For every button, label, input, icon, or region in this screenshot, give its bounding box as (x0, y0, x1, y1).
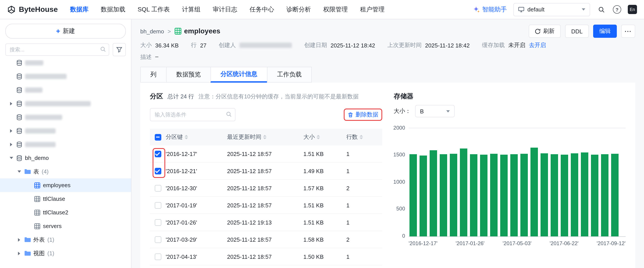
chart-bar[interactable] (410, 154, 417, 236)
cell-updated: 2025-11-12 19:13 (227, 219, 303, 226)
table-row[interactable]: '2016-12-21' 2025-11-12 18:57 1.49 KB 1 (150, 163, 382, 180)
chart-bar[interactable] (530, 148, 538, 236)
tree-item-bh-demo[interactable]: bh_demo (0, 151, 131, 165)
column-updated[interactable]: 最近更新时间 (227, 133, 261, 141)
tab-columns[interactable]: 列 (140, 67, 166, 83)
ai-assistant-button[interactable]: 智能助手 (473, 6, 507, 14)
sort-icon[interactable] (360, 135, 363, 139)
tree-item-redacted[interactable] (0, 60, 131, 69)
table-row[interactable]: '2017-03-29' 2025-11-12 18:57 1.58 KB 2 (150, 231, 382, 248)
search-button[interactable] (597, 5, 606, 14)
tab-partition-stats[interactable]: 分区统计信息 (210, 67, 268, 83)
chart-bar[interactable] (450, 154, 457, 236)
tree-group-tables[interactable]: 表 (4) (0, 165, 131, 178)
row-checkbox[interactable] (154, 185, 161, 191)
nav-item-tenant-admin[interactable]: 租户管理 (360, 6, 384, 14)
ddl-button[interactable]: DDL (565, 25, 589, 38)
edit-button[interactable]: 编辑 (593, 25, 617, 38)
chart-bar[interactable] (591, 155, 598, 236)
table-row[interactable]: '2016-12-30' 2025-11-12 18:57 1.57 KB 2 (150, 180, 382, 197)
filter-button[interactable] (113, 43, 126, 56)
chevron-right-icon[interactable] (10, 102, 12, 105)
chart-bar[interactable] (520, 154, 528, 236)
table-row[interactable]: '2017-04-22' 2025-11-12 18:57 1.51 KB 1 (150, 265, 382, 268)
tree-item-redacted[interactable] (0, 138, 131, 151)
nav-item-data-loading[interactable]: 数据加载 (101, 6, 126, 14)
tree-item-servers[interactable]: servers (0, 219, 131, 233)
row-checkbox[interactable] (154, 236, 161, 243)
table-row[interactable]: '2017-01-26' 2025-11-12 19:13 1.51 KB 1 (150, 214, 382, 231)
table-row[interactable]: '2016-12-17' 2025-11-12 18:57 1.51 KB 1 (150, 146, 382, 163)
tree-item-redacted[interactable] (0, 97, 131, 110)
nav-item-permissions[interactable]: 权限管理 (323, 6, 348, 14)
chart-bar[interactable] (500, 155, 508, 236)
chevron-right-icon[interactable] (10, 143, 12, 146)
chevron-right-icon[interactable] (10, 129, 12, 132)
tree-item-ttlclause2[interactable]: ttlClause2 (0, 206, 131, 219)
chart-bar[interactable] (460, 148, 467, 236)
breadcrumb-database[interactable]: bh_demo (140, 28, 164, 35)
tree-item-redacted[interactable] (0, 83, 131, 97)
nav-item-task-center[interactable]: 任务中心 (250, 6, 274, 14)
table-row[interactable]: '2017-04-13' 2025-11-12 18:57 1.50 KB 1 (150, 248, 382, 265)
delete-data-button[interactable]: 删除数据 (348, 111, 378, 119)
chevron-right-icon[interactable] (18, 251, 20, 255)
chart-bar[interactable] (440, 154, 447, 236)
row-checkbox[interactable] (154, 168, 161, 174)
chart-bar[interactable] (430, 151, 437, 236)
table-row[interactable]: '2017-01-19' 2025-11-12 18:57 1.51 KB 1 (150, 197, 382, 214)
row-checkbox[interactable] (154, 151, 161, 157)
nav-item-databases[interactable]: 数据库 (70, 6, 88, 14)
chart-bar[interactable] (561, 155, 568, 236)
sort-icon[interactable] (316, 135, 320, 139)
nav-item-diagnostics[interactable]: 诊断分析 (286, 6, 311, 14)
tree-item-employees[interactable]: employees (0, 178, 131, 192)
chart-bar[interactable] (581, 153, 588, 236)
sidebar-search-input[interactable] (5, 44, 109, 56)
more-button[interactable]: ··· (621, 25, 635, 38)
tree-group-external-tables[interactable]: 外表 (1) (0, 233, 131, 246)
brand[interactable]: ByteHouse (7, 5, 58, 14)
tree-item-redacted[interactable] (0, 124, 131, 138)
new-button[interactable]: + 新建 (5, 24, 126, 39)
sort-icon[interactable] (263, 135, 266, 139)
select-all-checkbox[interactable] (154, 134, 161, 140)
chevron-down-icon[interactable] (17, 171, 21, 173)
cell-updated: 2025-11-12 18:57 (227, 253, 303, 260)
tree-group-views[interactable]: 视图 (1) (0, 246, 131, 260)
chart-bar[interactable] (571, 153, 578, 236)
column-rowcount[interactable]: 行数 (346, 133, 358, 141)
sort-icon[interactable] (184, 135, 188, 139)
help-button[interactable]: ? (613, 5, 621, 14)
chevron-right-icon[interactable] (18, 238, 20, 241)
tree-item-redacted[interactable] (0, 110, 131, 124)
tab-data-preview[interactable]: 数据预览 (166, 67, 211, 83)
column-partition-key[interactable]: 分区键 (166, 133, 183, 141)
unit-select[interactable]: B (415, 105, 454, 117)
chevron-down-icon[interactable] (10, 157, 13, 159)
nav-item-sql-worksheet[interactable]: SQL 工作表 (138, 6, 170, 14)
nav-item-compute-groups[interactable]: 计算组 (182, 6, 200, 14)
refresh-button[interactable]: 刷新 (529, 25, 561, 38)
column-size[interactable]: 大小 (303, 133, 315, 141)
nav-item-audit-log[interactable]: 审计日志 (212, 6, 237, 14)
chart-bar[interactable] (510, 154, 518, 236)
chart-bar[interactable] (420, 155, 427, 236)
chart-bar[interactable] (601, 154, 608, 236)
tree-item-redacted[interactable] (0, 69, 131, 83)
tab-workload[interactable]: 工作负载 (267, 67, 312, 83)
chart-bar[interactable] (480, 155, 488, 236)
chart-bar[interactable] (550, 154, 558, 236)
row-checkbox[interactable] (154, 219, 161, 226)
language-toggle[interactable]: En (628, 5, 637, 14)
tree-item-ttlclause[interactable]: ttlClause (0, 192, 131, 206)
chart-bar[interactable] (490, 154, 498, 236)
partition-filter-input[interactable] (150, 108, 236, 121)
enable-cache-link[interactable]: 去开启 (529, 41, 546, 49)
chart-bar[interactable] (611, 154, 618, 236)
workspace-select[interactable]: default (513, 3, 590, 16)
row-checkbox[interactable] (154, 202, 161, 208)
chart-bar[interactable] (540, 153, 548, 236)
row-checkbox[interactable] (154, 253, 161, 260)
chart-bar[interactable] (470, 154, 478, 236)
